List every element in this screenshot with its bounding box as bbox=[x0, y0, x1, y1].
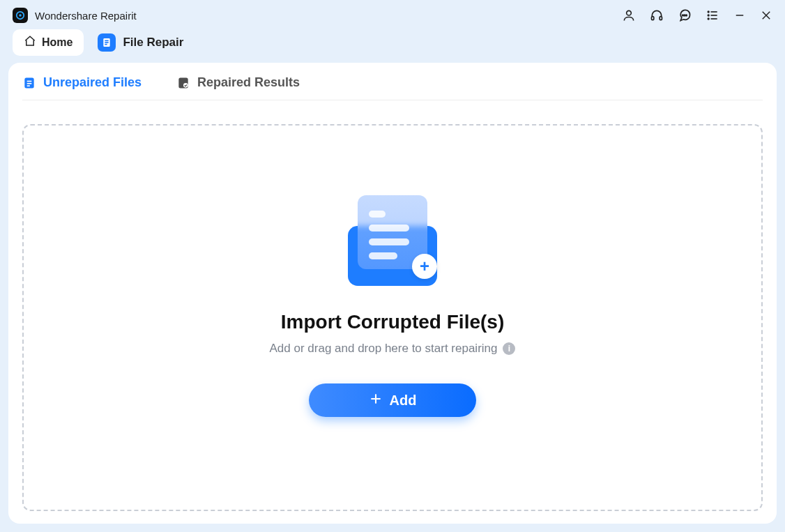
chat-icon[interactable] bbox=[678, 8, 692, 22]
svg-rect-4 bbox=[660, 17, 662, 20]
svg-point-10 bbox=[708, 15, 709, 16]
svg-rect-3 bbox=[652, 17, 654, 20]
home-label: Home bbox=[42, 36, 73, 49]
svg-point-1 bbox=[19, 14, 22, 17]
svg-point-8 bbox=[708, 11, 709, 13]
list-icon[interactable] bbox=[706, 8, 719, 22]
dropzone-subtitle: Add or drag and drop here to start repai… bbox=[270, 342, 516, 356]
dropzone-illustration: + bbox=[344, 195, 441, 286]
tab-label: Repaired Results bbox=[197, 75, 300, 90]
breadcrumb: Home File Repair bbox=[0, 31, 785, 63]
file-front-icon: + bbox=[358, 195, 427, 269]
breadcrumb-label: File Repair bbox=[123, 36, 183, 50]
svg-point-2 bbox=[627, 10, 632, 15]
minimize-icon[interactable] bbox=[733, 9, 746, 22]
svg-point-7 bbox=[686, 15, 687, 16]
add-button[interactable]: Add bbox=[309, 383, 476, 417]
app-title: Wondershare Repairit bbox=[35, 10, 137, 22]
dropzone-title: Import Corrupted File(s) bbox=[281, 311, 504, 333]
titlebar-left: Wondershare Repairit bbox=[13, 8, 137, 23]
dropzone-subtitle-text: Add or drag and drop here to start repai… bbox=[270, 342, 498, 356]
home-icon bbox=[24, 35, 36, 50]
dropzone[interactable]: + Import Corrupted File(s) Add or drag a… bbox=[22, 124, 763, 511]
tab-label: Unrepaired Files bbox=[43, 75, 142, 90]
tabs: Unrepaired Files Repaired Results bbox=[22, 75, 763, 100]
tab-repaired[interactable]: Repaired Results bbox=[176, 75, 300, 90]
file-check-icon bbox=[176, 76, 190, 90]
home-button[interactable]: Home bbox=[13, 29, 84, 56]
info-icon[interactable]: i bbox=[503, 342, 515, 355]
add-button-label: Add bbox=[390, 393, 417, 409]
file-repair-icon bbox=[98, 33, 116, 52]
close-icon[interactable] bbox=[760, 9, 772, 22]
titlebar-right bbox=[622, 8, 772, 22]
breadcrumb-current: File Repair bbox=[98, 33, 183, 52]
file-list-icon bbox=[22, 76, 36, 90]
svg-point-5 bbox=[683, 15, 684, 16]
plus-icon bbox=[369, 392, 383, 409]
app-logo-icon bbox=[13, 8, 28, 23]
svg-point-6 bbox=[684, 15, 685, 16]
plus-icon: + bbox=[412, 254, 437, 279]
main-panel: Unrepaired Files Repaired Results + Impo… bbox=[8, 63, 777, 524]
titlebar: Wondershare Repairit bbox=[0, 0, 785, 31]
headset-icon[interactable] bbox=[650, 8, 664, 22]
svg-point-12 bbox=[708, 18, 709, 20]
tab-unrepaired[interactable]: Unrepaired Files bbox=[22, 75, 142, 90]
user-icon[interactable] bbox=[622, 8, 636, 22]
